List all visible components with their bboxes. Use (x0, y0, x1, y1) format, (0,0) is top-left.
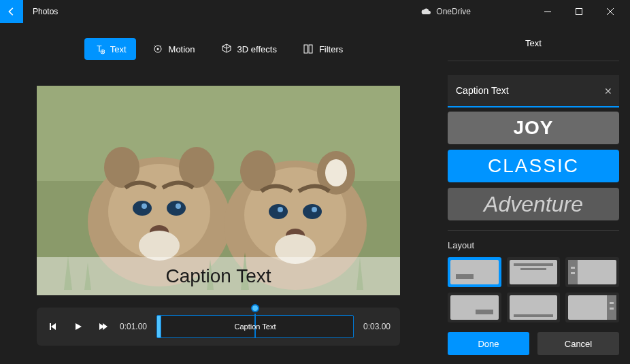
minimize-button[interactable] (532, 0, 563, 23)
filters-icon (303, 44, 314, 54)
text-icon: T (94, 44, 105, 54)
svg-point-29 (278, 207, 283, 212)
layout-heading: Layout (448, 240, 619, 250)
timeline-track[interactable]: Caption Text (156, 316, 354, 337)
svg-point-21 (139, 231, 180, 261)
svg-rect-33 (50, 323, 51, 330)
cloud-icon (421, 7, 432, 16)
close-button[interactable] (595, 0, 626, 23)
clear-input-button[interactable]: ✕ (604, 86, 612, 97)
svg-point-7 (156, 48, 159, 50)
svg-point-27 (269, 204, 288, 219)
divider (448, 230, 619, 231)
motion-icon (152, 44, 163, 54)
tab-3d-effects[interactable]: 3D effects (212, 38, 286, 60)
tab-effects-label: 3D effects (237, 44, 277, 54)
time-start: 0:01.00 (120, 322, 147, 331)
svg-point-18 (142, 203, 147, 209)
playback-bar: 0:01.00 Caption Text 0:03.00 (37, 308, 400, 346)
layout-sidebar-left[interactable] (565, 257, 619, 287)
tab-filters-label: Filters (319, 44, 343, 54)
tab-text[interactable]: T Text (84, 38, 136, 60)
svg-point-19 (176, 203, 181, 209)
layout-caption-bottom[interactable] (507, 293, 561, 322)
svg-rect-9 (309, 45, 312, 53)
layout-lower-third-left[interactable] (448, 257, 501, 287)
back-button[interactable] (0, 0, 23, 23)
text-style-list: JOY CLASSIC Adventure (448, 112, 619, 220)
text-style-classic[interactable]: CLASSIC (448, 150, 619, 182)
layout-title-top[interactable] (507, 257, 561, 287)
text-style-joy[interactable]: JOY (448, 112, 619, 144)
text-style-adventure[interactable]: Adventure (448, 188, 619, 220)
editor-toolbar: T Text Motion 3D effects Filters (84, 38, 353, 60)
svg-text:T: T (97, 44, 102, 54)
layout-lower-third-right[interactable] (448, 293, 501, 322)
preview-canvas[interactable]: Caption Text (37, 86, 400, 295)
tab-motion[interactable]: Motion (143, 38, 205, 60)
playhead[interactable] (251, 304, 259, 312)
svg-rect-8 (304, 45, 308, 53)
onedrive-label: OneDrive (436, 7, 471, 16)
time-end: 0:03.00 (363, 322, 391, 331)
step-forward-button[interactable] (95, 319, 110, 334)
clip-label: Caption Text (235, 322, 276, 331)
onedrive-status[interactable]: OneDrive (421, 7, 471, 16)
svg-point-16 (133, 201, 152, 216)
svg-point-26 (325, 159, 347, 186)
text-panel: Text ✕ JOY CLASSIC Adventure Layout Done… (437, 23, 630, 364)
maximize-button[interactable] (563, 0, 595, 23)
caption-text-input[interactable] (448, 75, 619, 107)
app-title: Photos (33, 7, 58, 16)
cancel-button[interactable]: Cancel (537, 332, 619, 355)
layout-sidebar-right[interactable] (565, 293, 619, 322)
effects-icon (221, 44, 232, 54)
panel-title: Text (448, 38, 619, 61)
tab-filters[interactable]: Filters (293, 38, 352, 60)
svg-point-17 (167, 201, 186, 216)
done-button[interactable]: Done (448, 332, 529, 355)
tab-motion-label: Motion (169, 44, 195, 54)
svg-rect-1 (576, 9, 582, 15)
svg-point-30 (312, 207, 317, 212)
tab-text-label: Text (110, 44, 127, 54)
play-button[interactable] (71, 319, 86, 334)
step-back-button[interactable] (46, 319, 61, 334)
svg-point-28 (303, 204, 322, 219)
layout-grid (448, 257, 619, 322)
caption-overlay[interactable]: Caption Text (37, 257, 400, 295)
